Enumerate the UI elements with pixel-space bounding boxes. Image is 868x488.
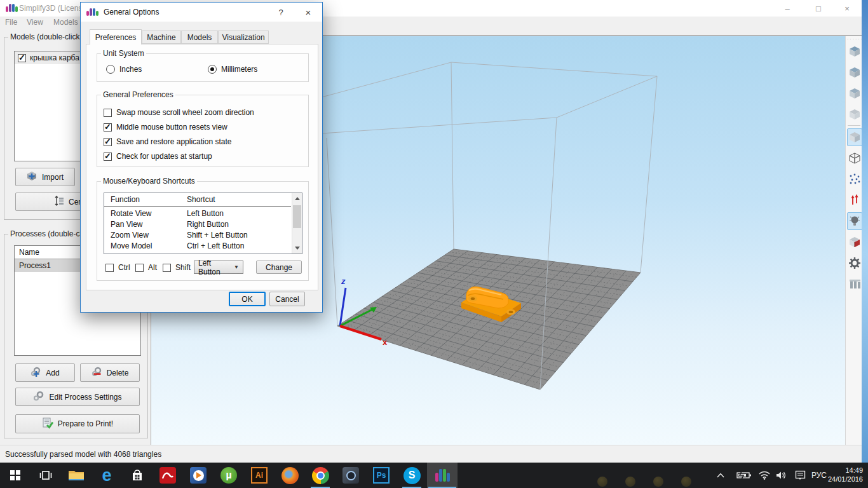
view-cube-3-icon[interactable] <box>847 85 862 102</box>
photoshop-button[interactable]: Ps <box>366 463 397 488</box>
center-arrange-icon <box>54 196 64 208</box>
tray-dim-icon[interactable] <box>653 477 663 487</box>
swap-zoom-checkbox[interactable] <box>104 109 112 117</box>
start-button[interactable] <box>0 463 31 488</box>
check-updates-checkbox[interactable] <box>104 152 112 161</box>
media-player-button[interactable] <box>183 463 214 488</box>
inches-radio[interactable] <box>106 65 115 74</box>
millimeters-radio-row[interactable]: Millimeters <box>208 64 257 74</box>
dialog-close-button[interactable]: × <box>297 3 320 22</box>
shortcut-function: Move Model <box>104 241 187 250</box>
edge-browser-button[interactable]: e <box>92 463 122 488</box>
minimize-button[interactable]: – <box>776 0 798 17</box>
wifi-icon <box>759 471 770 480</box>
ok-button[interactable]: OK <box>229 292 266 306</box>
view-cube-1-icon[interactable] <box>847 43 862 60</box>
chrome-button[interactable] <box>305 463 336 488</box>
dialog-help-button[interactable]: ? <box>271 3 290 22</box>
save-state-checkbox[interactable] <box>104 138 112 146</box>
shortcut-row[interactable]: Pan View Right Button <box>104 219 291 229</box>
3d-viewer-button[interactable] <box>336 463 366 488</box>
scroll-down-arrow[interactable] <box>295 247 300 250</box>
cross-section-tool-icon[interactable] <box>847 233 862 251</box>
pdf-reader-button[interactable] <box>153 463 183 488</box>
surface-normals-toggle-icon[interactable] <box>847 191 862 209</box>
ctrl-checkbox-row[interactable]: Ctrl <box>105 262 130 273</box>
ctrl-label: Ctrl <box>118 263 130 272</box>
shortcut-row[interactable]: Zoom View Shift + Left Button <box>104 229 291 240</box>
battery-status[interactable] <box>734 463 754 488</box>
shortcut-row[interactable]: Scale Model Ctrl + Right Button <box>104 251 291 254</box>
ctrl-checkbox[interactable] <box>105 264 114 272</box>
maximize-button[interactable]: □ <box>808 0 829 17</box>
tab-models[interactable]: Models <box>181 30 218 44</box>
prepare-to-print-button[interactable]: Prepare to Print! <box>15 414 140 433</box>
volume-status[interactable] <box>773 463 790 488</box>
lighting-toggle-icon[interactable] <box>847 212 862 230</box>
general-preferences-label: General Preferences <box>101 90 175 99</box>
shortcut-row[interactable]: Rotate View Left Button <box>104 208 291 219</box>
scroll-thumb[interactable] <box>293 205 301 228</box>
shortcut-binding: Ctrl + Left Button <box>187 241 244 250</box>
add-process-button[interactable]: Add <box>15 363 75 382</box>
skype-button[interactable]: S <box>397 463 427 488</box>
language-indicator[interactable]: РУС <box>808 463 830 488</box>
inches-radio-row[interactable]: Inches <box>106 64 142 74</box>
shift-checkbox-row[interactable]: Shift <box>163 262 191 273</box>
gears-icon <box>33 391 44 403</box>
close-button[interactable]: × <box>836 0 858 17</box>
tab-machine[interactable]: Machine <box>142 30 181 44</box>
save-state-checkbox-row[interactable]: Save and restore application state <box>104 137 231 147</box>
tray-dim-icon[interactable] <box>597 477 607 487</box>
shift-checkbox[interactable] <box>163 264 171 272</box>
middle-mouse-checkbox-row[interactable]: Middle mouse button resets view <box>104 122 227 132</box>
clock[interactable]: 14:49 24/01/2016 <box>827 466 863 484</box>
dialog-title: General Options <box>104 8 159 17</box>
edit-process-settings-button[interactable]: Edit Process Settings <box>15 388 140 406</box>
alt-checkbox[interactable] <box>135 264 144 272</box>
simplify3d-taskbar-button[interactable] <box>427 463 458 488</box>
tab-preferences[interactable]: Preferences <box>90 29 142 44</box>
model-visibility-checkbox[interactable] <box>18 54 26 62</box>
file-explorer-button[interactable] <box>61 463 92 488</box>
menu-view[interactable]: View <box>27 18 43 27</box>
table-scrollbar[interactable] <box>292 193 302 254</box>
tray-dim-icon[interactable] <box>681 477 691 487</box>
millimeters-radio[interactable] <box>208 65 217 74</box>
tab-visualization[interactable]: Visualization <box>218 30 269 44</box>
utorrent-button[interactable]: µ <box>214 463 244 488</box>
menu-file[interactable]: File <box>5 18 17 27</box>
alt-checkbox-row[interactable]: Alt <box>135 262 157 273</box>
import-button[interactable]: Import <box>15 168 75 186</box>
action-center-button[interactable] <box>790 463 810 488</box>
tray-expand-chevron[interactable] <box>713 463 728 488</box>
shortcuts-table[interactable]: Function Shortcut Rotate View Left Butto… <box>104 193 302 254</box>
shortcut-row[interactable]: Move Model Ctrl + Left Button <box>104 240 291 251</box>
scroll-up-arrow[interactable] <box>295 197 300 200</box>
windows-store-button[interactable] <box>122 463 153 488</box>
mouse-binding-dropdown[interactable]: Left Button ▼ <box>194 261 243 274</box>
task-view-button[interactable] <box>31 463 61 488</box>
view-cube-4-icon[interactable] <box>847 105 862 123</box>
middle-mouse-label: Middle mouse button resets view <box>116 123 227 132</box>
firefox-button[interactable] <box>275 463 305 488</box>
check-updates-checkbox-row[interactable]: Check for updates at startup <box>104 151 212 161</box>
wifi-status[interactable] <box>756 463 773 488</box>
default-view-cube-icon[interactable] <box>847 128 862 146</box>
shortcut-function: Rotate View <box>104 209 187 218</box>
point-display-toggle-icon[interactable] <box>847 170 862 188</box>
change-shortcut-button[interactable]: Change <box>256 261 302 274</box>
prepare-button-label: Prepare to Print! <box>58 419 113 428</box>
status-message: Successfully parsed model with 4068 tria… <box>5 450 161 459</box>
cancel-button[interactable]: Cancel <box>269 292 305 306</box>
machine-settings-gear-icon[interactable] <box>847 254 862 272</box>
tray-dim-icon[interactable] <box>625 477 635 487</box>
menu-models[interactable]: Models <box>53 18 78 27</box>
delete-process-button[interactable]: Delete <box>80 363 140 382</box>
swap-zoom-checkbox-row[interactable]: Swap mouse scroll wheel zoom direction <box>104 107 254 118</box>
view-cube-2-icon[interactable] <box>847 64 862 81</box>
support-structures-icon[interactable] <box>847 275 862 293</box>
illustrator-button[interactable]: Ai <box>244 463 275 488</box>
middle-mouse-checkbox[interactable] <box>104 123 112 132</box>
wireframe-toggle-icon[interactable] <box>847 149 862 167</box>
